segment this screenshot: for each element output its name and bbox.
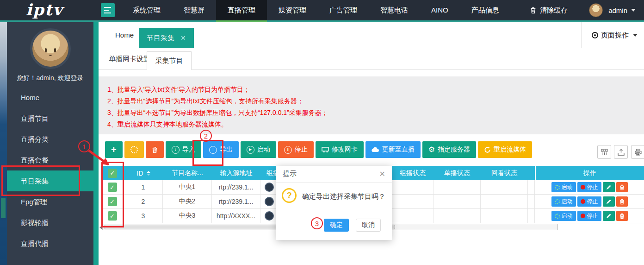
sidebar-item-live-proxy[interactable]: 直播代播 — [7, 233, 99, 254]
start-spinner-icon — [555, 185, 560, 190]
row-delete-button[interactable] — [616, 211, 628, 221]
user-avatar[interactable] — [589, 3, 603, 17]
row-edit-button[interactable] — [603, 182, 615, 192]
sidebar-item-live-programs[interactable]: 直播节目 — [7, 108, 99, 129]
sidebar-item-home[interactable]: Home — [7, 87, 99, 108]
row-stop-button[interactable]: 停止 — [577, 211, 601, 221]
restart-stream-label: 重启流媒体 — [494, 145, 526, 154]
header-multicast-status[interactable]: 组播状态 — [392, 166, 433, 180]
iptv-admin-page: iptv 系统管理 智慧屏 直播管理 媒资管理 广告管理 智慧电话 AINO 产… — [0, 0, 644, 265]
profile-avatar — [30, 28, 71, 69]
row-start-button[interactable]: 启动 — [551, 196, 576, 207]
import-label: 导入 — [182, 145, 195, 154]
sidebar-item-live-categories[interactable]: 直播分类 — [7, 129, 99, 150]
row-checkbox[interactable]: ✓ — [108, 197, 117, 206]
restart-stream-button[interactable]: 重启流媒体 — [478, 141, 532, 158]
tab-program-collect-label: 节目采集 — [147, 34, 174, 43]
sidebar-item-epg-mgmt[interactable]: Epg管理 — [7, 191, 99, 212]
sidebar-item-program-collect[interactable]: 节目采集 — [7, 170, 99, 191]
cell-source: rtp://239.1... — [212, 180, 260, 194]
row-stop-button[interactable]: 停止 — [577, 196, 601, 207]
sidebar-accent-strip — [93, 22, 99, 265]
tab-program-collect[interactable]: 节目采集 ✕ — [139, 28, 194, 48]
assign-server-button[interactable]: ⚙ 指定服务器 — [422, 141, 476, 158]
start-button[interactable]: ▶ 启动 — [241, 141, 276, 158]
nav-media-mgmt[interactable]: 媒资管理 — [267, 0, 318, 20]
row-start-button[interactable]: 启动 — [551, 211, 576, 221]
import-button[interactable]: ↓ 导入 — [166, 141, 201, 158]
tab-home[interactable]: Home — [105, 22, 144, 48]
nav-aino[interactable]: AINO — [420, 0, 460, 20]
header-replay-status[interactable]: 回看状态 — [481, 166, 528, 180]
row-checkbox[interactable]: ✓ — [108, 211, 117, 221]
row-edit-button[interactable] — [603, 196, 615, 207]
nav-product-info[interactable]: 产品信息 — [460, 0, 511, 20]
delete-button[interactable] — [146, 141, 164, 158]
trash-icon — [530, 7, 536, 14]
iptv-logo: iptv — [26, 0, 63, 19]
tab-collect-programs[interactable]: 采集节目 — [147, 51, 192, 70]
cell-source: http://XXXX... — [212, 209, 260, 223]
header-name[interactable]: 节目名称... — [163, 166, 212, 180]
select-all-checkbox[interactable]: ✓ — [108, 169, 117, 178]
header-id[interactable]: ID — [124, 166, 163, 180]
header-actions: 操作 — [535, 166, 644, 180]
header-source[interactable]: 输入源地址 — [212, 166, 260, 180]
clear-cache-label: 清除缓存 — [540, 6, 568, 15]
print-button[interactable] — [631, 145, 644, 159]
circle-pause-icon: ‖ — [284, 146, 292, 154]
sort-icon[interactable] — [147, 171, 150, 176]
trash-icon — [619, 213, 625, 219]
sidebar-item-live-packages[interactable]: 直播套餐 — [7, 150, 99, 170]
export-table-button[interactable] — [614, 145, 628, 159]
username-label[interactable]: admin — [608, 6, 627, 14]
row-edit-button[interactable] — [603, 211, 615, 221]
sidebar-item-video-carousel[interactable]: 影视轮播 — [7, 212, 99, 233]
breadcrumb-tab-row: Home 节目采集 ✕ 页面操作 — [99, 22, 644, 48]
tab-close-icon[interactable]: ✕ — [180, 34, 186, 42]
user-menu-caret-icon[interactable] — [631, 9, 636, 12]
tab-unicast-nic-settings[interactable]: 单播网卡设置 — [106, 48, 153, 69]
modify-nic-button[interactable]: 修改网卡 — [316, 141, 364, 158]
dialog-cancel-button[interactable]: 取消 — [356, 219, 381, 232]
stop-dot-icon — [581, 214, 585, 218]
row-start-button[interactable]: 启动 — [551, 182, 576, 192]
columns-toggle-button[interactable] — [597, 145, 611, 159]
row-delete-button[interactable] — [616, 182, 628, 192]
nav-ad-mgmt[interactable]: 广告管理 — [318, 0, 369, 20]
assign-server-label: 指定服务器 — [438, 145, 470, 154]
page-operations-dropdown[interactable]: 页面操作 — [581, 22, 638, 48]
row-delete-button[interactable] — [616, 196, 628, 207]
start-spinner-icon — [555, 214, 560, 219]
add-button[interactable]: + — [105, 141, 123, 158]
dialog-close-icon[interactable]: ✕ — [379, 170, 385, 178]
dialog-confirm-button[interactable]: 确定 — [324, 219, 349, 232]
update-to-live-button[interactable]: 更新至直播 — [365, 141, 421, 158]
export-button[interactable]: ↑ 导出 — [203, 141, 239, 158]
stop-button[interactable]: ‖ 停止 — [278, 141, 314, 158]
notice-line-1: 1、批量导入'导入txt文件'导入的节目为单播节目； — [107, 84, 644, 95]
nav-smart-screen[interactable]: 智慧屏 — [172, 0, 216, 20]
multicast-toggle[interactable] — [265, 211, 274, 221]
clear-cache-button[interactable]: 清除缓存 — [530, 6, 568, 15]
topbar-right: 清除缓存 admin — [530, 0, 636, 20]
multicast-toggle[interactable] — [265, 183, 274, 192]
row-stop-button[interactable]: 停止 — [577, 182, 601, 192]
trash-icon — [619, 199, 625, 205]
stop-dot-icon — [581, 199, 585, 204]
multicast-toggle[interactable] — [265, 197, 274, 206]
top-bar: iptv 系统管理 智慧屏 直播管理 媒资管理 广告管理 智慧电话 AINO 产… — [0, 0, 644, 22]
nav-live-mgmt[interactable]: 直播管理 — [216, 0, 267, 20]
header-unicast-status[interactable]: 单播状态 — [433, 166, 481, 180]
header-narrow-spacer — [528, 166, 535, 180]
row-checkbox[interactable]: ✓ — [108, 183, 117, 192]
cell-source: rtp://239.1... — [212, 195, 260, 208]
greeting-text: 您好！admin, 欢迎登录 — [7, 74, 93, 82]
refresh-loading-button[interactable] — [124, 141, 144, 158]
sidebar-toggle-button[interactable] — [101, 3, 115, 17]
nav-system-mgmt[interactable]: 系统管理 — [121, 0, 172, 20]
stop-dot-icon — [581, 185, 585, 189]
spinner-icon — [130, 146, 138, 153]
row-start-label: 启动 — [562, 183, 573, 191]
nav-smart-phone[interactable]: 智慧电话 — [369, 0, 420, 20]
